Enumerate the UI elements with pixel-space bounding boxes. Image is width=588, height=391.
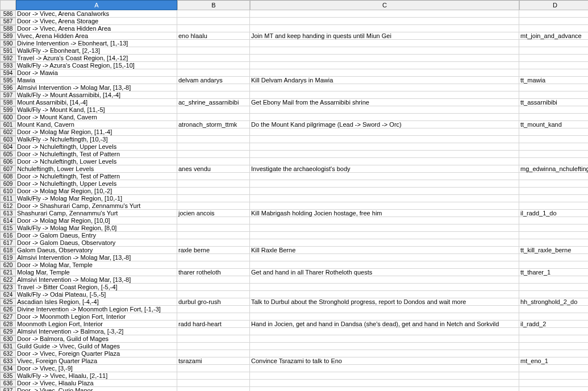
row-header[interactable]: 622 [0,276,16,284]
corner-select-all[interactable] [0,0,16,10]
cell[interactable]: Kill Delvam Andarys in Mawia [250,77,519,84]
cell[interactable]: Walk/Fly -> Odai Plateau, [-5,-5] [16,291,177,298]
cell[interactable] [177,202,250,210]
cell[interactable] [177,239,250,247]
cell[interactable] [519,261,588,269]
row-header[interactable]: 608 [0,173,16,180]
cell[interactable] [519,114,588,121]
cell[interactable] [519,387,588,391]
row-header[interactable]: 625 [0,298,16,306]
row-header[interactable]: 614 [0,217,16,224]
cell[interactable] [250,84,519,91]
cell[interactable]: il_radd_1_do [519,210,588,217]
cell[interactable] [177,136,250,143]
cell[interactable] [177,91,250,99]
cell[interactable]: Galom Daeus, Observatory [16,247,177,254]
cell[interactable]: il_radd_2 [519,321,588,328]
row-header[interactable]: 632 [0,350,16,357]
cell[interactable]: delvam andarys [177,77,250,84]
cell[interactable]: Almsivi Intervention -> Balmora, [-3,-2] [16,328,177,335]
row-header[interactable]: 637 [0,387,16,391]
cell[interactable] [177,276,250,284]
cell[interactable] [177,84,250,91]
cell[interactable] [250,25,519,32]
cell[interactable]: Talk to Durbul about the Stronghold prog… [250,298,519,306]
cell[interactable] [250,254,519,261]
cell[interactable] [250,158,519,165]
cell[interactable]: Hand in Jocien, get and hand in Dandsa (… [250,321,519,328]
cell[interactable] [250,188,519,195]
row-header[interactable]: 601 [0,121,16,128]
cell[interactable] [519,173,588,180]
cell[interactable]: Door -> Nchuleftingth, Upper Levels [16,180,177,188]
cell[interactable] [519,91,588,99]
cell[interactable]: Door -> Nchuleftingth, Test of Pattern [16,151,177,158]
row-header[interactable]: 587 [0,18,16,25]
cell[interactable] [250,372,519,380]
cell[interactable] [250,365,519,372]
cell[interactable]: tharer rotheloth [177,269,250,276]
row-header[interactable]: 618 [0,247,16,254]
cell[interactable]: Guild Guide -> Vivec, Guild of Mages [16,343,177,350]
row-header[interactable]: 620 [0,261,16,269]
row-header[interactable]: 623 [0,284,16,291]
cell[interactable]: durbul gro-rush [177,298,250,306]
cell[interactable] [250,62,519,69]
cell[interactable] [519,343,588,350]
cell[interactable]: Door -> Nchuleftingth, Upper Levels [16,143,177,151]
cell[interactable]: mt_eno_1 [519,357,588,365]
cell[interactable] [519,291,588,298]
cell[interactable] [177,128,250,136]
cell[interactable] [177,261,250,269]
cell[interactable] [177,151,250,158]
cell[interactable] [519,328,588,335]
row-header[interactable]: 600 [0,114,16,121]
cell[interactable] [519,25,588,32]
cell[interactable]: Mount Kand, Cavern [16,121,177,128]
cell[interactable]: Walk/Fly -> Vivec, Hlaalu, [2,-11] [16,372,177,380]
row-header[interactable]: 613 [0,210,16,217]
cell[interactable] [250,276,519,284]
cell[interactable] [177,173,250,180]
cell[interactable] [519,276,588,284]
column-header-a[interactable]: A [16,0,177,10]
row-header[interactable]: 586 [0,10,16,18]
cell[interactable] [250,224,519,232]
row-header[interactable]: 605 [0,151,16,158]
cell[interactable]: tt_mount_kand [519,121,588,128]
cell[interactable] [177,306,250,313]
cell[interactable]: Door -> Shashurari Camp, Zennammu's Yurt [16,202,177,210]
cell[interactable]: Moonmoth Legion Fort, Interior [16,321,177,328]
column-header-c[interactable]: C [250,0,519,10]
cell[interactable] [177,291,250,298]
cell[interactable] [519,47,588,55]
cell[interactable]: Mount Assarnibibi, [14,-4] [16,99,177,106]
cell[interactable] [519,313,588,321]
cell[interactable] [519,69,588,77]
cell[interactable]: Investigate the archaeologist's body [250,165,519,173]
cell[interactable]: Walk/Fly -> Mount Assarnibibi, [14,-4] [16,91,177,99]
row-header[interactable]: 598 [0,99,16,106]
cell[interactable]: Door -> Mawia [16,69,177,77]
row-header[interactable]: 624 [0,291,16,298]
cell[interactable]: Divine Intervention -> Ebonheart, [1,-13… [16,40,177,47]
cell[interactable] [250,180,519,188]
cell[interactable] [519,158,588,165]
cell[interactable] [519,55,588,62]
cell[interactable] [177,313,250,321]
row-header[interactable]: 602 [0,128,16,136]
row-header[interactable]: 589 [0,32,16,40]
row-header[interactable]: 603 [0,136,16,143]
cell[interactable]: Door -> Vivec, Arena Canalworks [16,10,177,18]
row-header[interactable]: 595 [0,77,16,84]
cell[interactable] [250,128,519,136]
cell[interactable] [177,40,250,47]
cell[interactable] [177,18,250,25]
cell[interactable]: Door -> Mount Kand, Cavern [16,114,177,121]
cell[interactable] [250,380,519,387]
cell[interactable] [177,217,250,224]
cell[interactable]: Door -> Molag Mar Region, [11,-4] [16,128,177,136]
cell[interactable] [519,224,588,232]
cell[interactable] [519,136,588,143]
cell[interactable]: Travel -> Azura's Coast Region, [14,-12] [16,55,177,62]
